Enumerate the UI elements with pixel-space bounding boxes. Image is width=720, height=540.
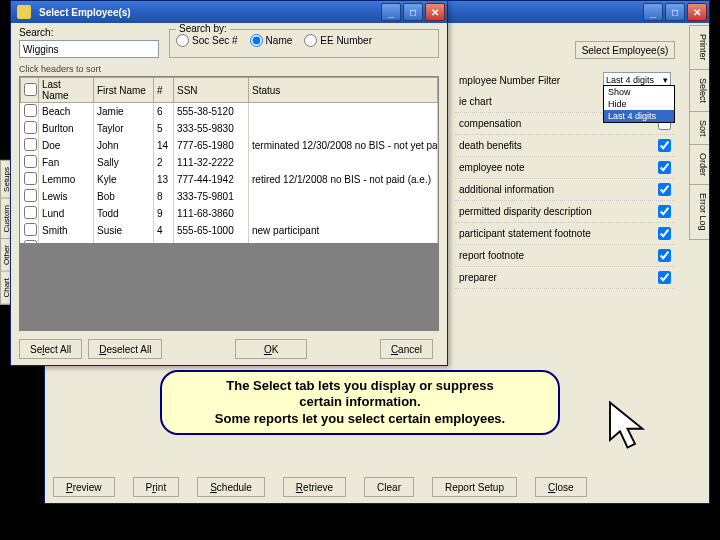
- cell-number: 2: [154, 154, 174, 171]
- report-setup-button[interactable]: Report Setup: [432, 477, 517, 497]
- row-checkbox[interactable]: [24, 138, 37, 151]
- dialog-close-button[interactable]: ✕: [425, 3, 445, 21]
- dropdown-item[interactable]: Show: [604, 86, 674, 98]
- close-button[interactable]: ✕: [687, 3, 707, 21]
- callout-line3: Some reports let you select certain empl…: [176, 411, 544, 427]
- dropdown-item[interactable]: Last 4 digits: [604, 110, 674, 122]
- cell-firstname: Kyle: [94, 171, 154, 188]
- option-checkbox[interactable]: [658, 227, 671, 240]
- retrieve-button[interactable]: Retrieve: [283, 477, 346, 497]
- callout-line1: The Select tab lets you display or suppr…: [176, 378, 544, 394]
- cell-number: 4: [154, 222, 174, 239]
- search-input[interactable]: [19, 40, 159, 58]
- filter-dropdown-list[interactable]: ShowHideLast 4 digits: [603, 85, 675, 123]
- col-number[interactable]: #: [154, 78, 174, 103]
- table-row[interactable]: SmithSusie4555-65-1000new participant: [21, 222, 438, 239]
- cell-status: terminated 12/30/2008 no BIS - not yet p…: [249, 137, 438, 154]
- search-section: Search: Search by: Soc Sec # Name EE Num…: [11, 23, 447, 64]
- cell-status: new participant: [249, 222, 438, 239]
- col-ssn[interactable]: SSN: [174, 78, 249, 103]
- cell-lastname: Lemmo: [39, 171, 94, 188]
- select-all-button[interactable]: Select All: [19, 339, 82, 359]
- cell-number: 5: [154, 120, 174, 137]
- app-icon: [17, 5, 31, 19]
- table-row[interactable]: LundTodd9111-68-3860: [21, 205, 438, 222]
- cell-firstname: Jamie: [94, 103, 154, 121]
- sort-hint: Click headers to sort: [11, 64, 447, 76]
- cell-firstname: Todd: [94, 205, 154, 222]
- minimize-button[interactable]: _: [643, 3, 663, 21]
- cell-number: 13: [154, 171, 174, 188]
- option-row: participant statement footnote: [455, 223, 675, 245]
- search-by-group: Search by: Soc Sec # Name EE Number: [169, 29, 439, 58]
- cell-status: [249, 120, 438, 137]
- select-employees-button[interactable]: Select Employee(s): [575, 41, 675, 59]
- row-checkbox[interactable]: [24, 172, 37, 185]
- clear-button[interactable]: Clear: [364, 477, 414, 497]
- dropdown-item[interactable]: Hide: [604, 98, 674, 110]
- print-button[interactable]: Print: [133, 477, 180, 497]
- table-row[interactable]: BurltonTaylor5333-55-9830: [21, 120, 438, 137]
- radio-socsec[interactable]: Soc Sec #: [176, 34, 238, 47]
- row-checkbox[interactable]: [24, 223, 37, 236]
- side-tab-error-log[interactable]: Error Log: [689, 184, 709, 240]
- table-row[interactable]: LewisBob8333-75-9801: [21, 188, 438, 205]
- row-checkbox[interactable]: [24, 104, 37, 117]
- radio-name[interactable]: Name: [250, 34, 293, 47]
- col-lastname[interactable]: Last Name: [39, 78, 94, 103]
- cell-lastname: Beach: [39, 103, 94, 121]
- cell-number: 9: [154, 205, 174, 222]
- radio-eenumber[interactable]: EE Number: [304, 34, 372, 47]
- cell-ssn: 333-75-9801: [174, 188, 249, 205]
- cell-ssn: 777-44-1942: [174, 171, 249, 188]
- row-checkbox[interactable]: [24, 155, 37, 168]
- option-checkbox[interactable]: [658, 249, 671, 262]
- option-checkbox[interactable]: [658, 139, 671, 152]
- option-checkbox[interactable]: [658, 183, 671, 196]
- cell-number: 8: [154, 188, 174, 205]
- col-status[interactable]: Status: [249, 78, 438, 103]
- table-row[interactable]: DoeJohn14777-65-1980terminated 12/30/200…: [21, 137, 438, 154]
- preview-button[interactable]: Preview: [53, 477, 115, 497]
- table-row[interactable]: LemmoKyle13777-44-1942retired 12/1/2008 …: [21, 171, 438, 188]
- row-checkbox[interactable]: [24, 189, 37, 202]
- option-checkbox[interactable]: [658, 161, 671, 174]
- maximize-button[interactable]: □: [665, 3, 685, 21]
- option-label: participant statement footnote: [459, 228, 591, 239]
- cell-firstname: Taylor: [94, 120, 154, 137]
- dialog-maximize-button[interactable]: □: [403, 3, 423, 21]
- table-row[interactable]: BeachJamie6555-38-5120: [21, 103, 438, 121]
- cell-lastname: Smith: [39, 222, 94, 239]
- side-tab-printer[interactable]: Printer: [689, 25, 709, 70]
- cell-number: 6: [154, 103, 174, 121]
- grid-header-row[interactable]: Last Name First Name # SSN Status: [21, 78, 438, 103]
- cell-firstname: Sally: [94, 154, 154, 171]
- col-firstname[interactable]: First Name: [94, 78, 154, 103]
- cell-status: [249, 103, 438, 121]
- cell-ssn: 111-68-3860: [174, 205, 249, 222]
- deselect-all-button[interactable]: Deselect All: [88, 339, 162, 359]
- option-checkbox[interactable]: [658, 205, 671, 218]
- dialog-minimize-button[interactable]: _: [381, 3, 401, 21]
- row-checkbox[interactable]: [24, 121, 37, 134]
- close-report-button[interactable]: Close: [535, 477, 587, 497]
- filter-label: mployee Number Filter: [459, 75, 560, 86]
- row-checkbox[interactable]: [24, 206, 37, 219]
- side-tab-order[interactable]: Order: [689, 144, 709, 185]
- option-checkbox[interactable]: [658, 271, 671, 284]
- cancel-button[interactable]: Cancel: [380, 339, 433, 359]
- option-label: preparer: [459, 272, 497, 283]
- cell-lastname: Burlton: [39, 120, 94, 137]
- cell-ssn: 333-55-9830: [174, 120, 249, 137]
- back-bottom-toolbar: Preview Print Schedule Retrieve Clear Re…: [53, 477, 701, 497]
- side-tab-sort[interactable]: Sort: [689, 111, 709, 146]
- table-row[interactable]: FanSally2111-32-2222: [21, 154, 438, 171]
- cell-status: [249, 188, 438, 205]
- side-tab-select[interactable]: Select: [689, 69, 709, 112]
- cell-lastname: Fan: [39, 154, 94, 171]
- option-label: permitted disparity description: [459, 206, 592, 217]
- schedule-button[interactable]: Schedule: [197, 477, 265, 497]
- col-checkbox[interactable]: [21, 78, 39, 103]
- callout-line2: certain information.: [176, 394, 544, 410]
- ok-button[interactable]: OK: [235, 339, 307, 359]
